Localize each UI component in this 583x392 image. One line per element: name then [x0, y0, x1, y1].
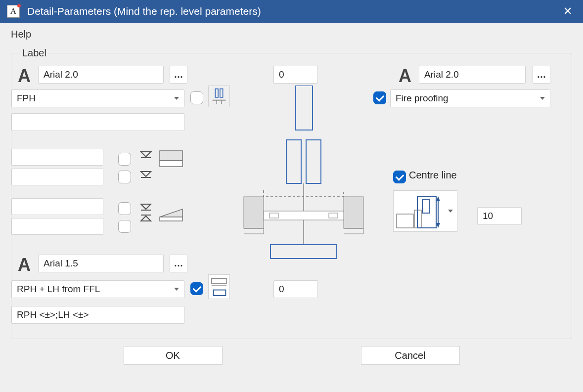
- svg-marker-15: [160, 209, 182, 217]
- centre-line-value[interactable]: [477, 207, 522, 225]
- beam-icon-1: [158, 149, 184, 171]
- chevron-down-icon: [540, 97, 545, 100]
- chevron-down-icon: [174, 288, 179, 291]
- chevron-down-icon: [448, 210, 453, 213]
- close-icon[interactable]: ✕: [559, 3, 576, 20]
- dropdown-fireproofing-value: Fire proofing: [396, 93, 448, 104]
- triangle-icon-1: [140, 151, 152, 167]
- svg-rect-29: [270, 245, 337, 259]
- checkbox-fph[interactable]: [190, 91, 203, 104]
- checkbox-fireproofing[interactable]: [373, 91, 386, 104]
- triangle-icon-2: [140, 171, 152, 183]
- checkbox-rph[interactable]: [190, 282, 203, 295]
- chevron-down-icon: [174, 97, 179, 100]
- center-top-value[interactable]: [273, 66, 318, 84]
- checkbox-row-4[interactable]: [118, 220, 131, 233]
- note-input-1[interactable]: [11, 113, 184, 131]
- dropdown-fireproofing[interactable]: Fire proofing: [390, 89, 550, 107]
- triangle-icon-3: [140, 203, 152, 225]
- font-picker-button-3[interactable]: …: [533, 66, 550, 84]
- menu-bar: Help: [0, 23, 583, 45]
- svg-rect-14: [160, 161, 182, 167]
- svg-rect-33: [422, 199, 429, 213]
- value-input-1[interactable]: [11, 149, 103, 166]
- checkbox-row-2[interactable]: [118, 171, 131, 183]
- menu-help[interactable]: Help: [11, 29, 31, 40]
- font-icon-a-3: A: [395, 66, 415, 87]
- svg-marker-12: [141, 216, 151, 221]
- svg-rect-13: [160, 151, 182, 161]
- app-icon: A: [7, 5, 20, 18]
- svg-rect-20: [296, 86, 313, 130]
- svg-rect-1: [220, 89, 223, 97]
- font-picker-button-1[interactable]: …: [170, 66, 187, 84]
- svg-rect-25: [344, 197, 363, 228]
- svg-rect-24: [244, 197, 264, 228]
- label-group: Label A … FPH: [11, 47, 572, 339]
- columns-icon[interactable]: [208, 86, 230, 107]
- title-bar: A Detail-Parameters (Mind the rep. level…: [0, 0, 583, 23]
- svg-rect-0: [215, 89, 218, 97]
- section-picker-icon: [394, 191, 443, 231]
- svg-rect-17: [212, 279, 227, 284]
- svg-rect-19: [214, 290, 226, 296]
- ramp-icon: [158, 204, 186, 225]
- centre-line-label: Centre line: [409, 170, 457, 181]
- checkbox-centre-line[interactable]: [393, 171, 406, 183]
- group-legend: Label: [20, 47, 48, 59]
- window-title: Detail-Parameters (Mind the rep. level p…: [27, 5, 559, 17]
- value-input-3[interactable]: [11, 198, 103, 215]
- ok-button[interactable]: OK: [124, 346, 223, 365]
- svg-rect-30: [397, 214, 413, 228]
- font-icon-a-2: A: [14, 255, 34, 275]
- svg-rect-21: [286, 140, 301, 183]
- value-input-4[interactable]: [11, 218, 103, 235]
- font-input-1[interactable]: [38, 66, 164, 84]
- dropdown-fph-value: FPH: [17, 93, 36, 104]
- svg-marker-7: [141, 172, 151, 176]
- dropdown-fph[interactable]: FPH: [11, 89, 184, 107]
- font-input-3[interactable]: [419, 66, 526, 84]
- checkbox-row-1[interactable]: [118, 153, 131, 166]
- svg-rect-16: [160, 217, 182, 221]
- format-input[interactable]: [11, 306, 184, 324]
- svg-marker-5: [141, 152, 151, 157]
- font-input-2[interactable]: [38, 255, 164, 272]
- checkbox-row-3[interactable]: [118, 202, 131, 215]
- dropdown-rph[interactable]: RPH + LH from FFL: [11, 280, 184, 298]
- svg-marker-9: [141, 204, 151, 209]
- section-picker[interactable]: [393, 190, 457, 232]
- dropdown-rph-value: RPH + LH from FFL: [17, 284, 100, 295]
- cancel-button[interactable]: Cancel: [361, 346, 460, 365]
- value-input-2[interactable]: [11, 169, 103, 185]
- plan-icon[interactable]: [208, 274, 230, 299]
- svg-marker-36: [436, 223, 440, 228]
- svg-rect-26: [264, 211, 344, 220]
- font-picker-button-2[interactable]: …: [170, 255, 187, 272]
- font-icon-a-1: A: [14, 66, 34, 87]
- svg-rect-32: [417, 196, 436, 228]
- svg-rect-22: [306, 140, 321, 183]
- svg-marker-35: [436, 196, 440, 201]
- center-diagram: [239, 86, 367, 293]
